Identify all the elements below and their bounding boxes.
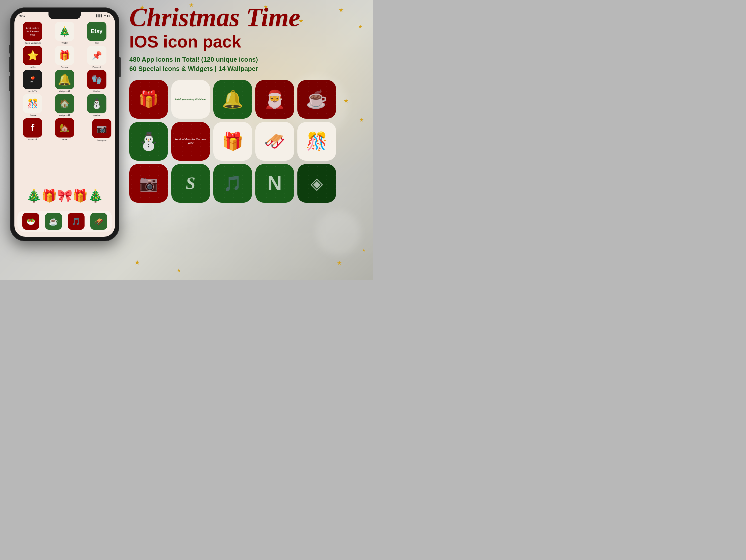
app-label-appletv: Apple TV [28, 90, 37, 92]
app-label-facebook: Facebook [28, 138, 37, 141]
app-cell-facebook[interactable]: f Facebook [18, 118, 48, 141]
app-cell-chrome[interactable]: 🎊 Chrome [18, 94, 48, 117]
app-cell-instagram[interactable]: 📷 Instagram [92, 119, 111, 141]
app-label-twitter: Twitter [61, 42, 68, 44]
app-cell-weather[interactable]: 🧤 Weather [81, 70, 112, 92]
showcase-icon-layers[interactable]: ◈ [297, 164, 336, 203]
phone-body: 9:41 ▌▌▌▌ ▾ ▮▯ best wishes for the new y… [10, 7, 119, 241]
showcase-icon-gift2[interactable]: 🎁 [213, 122, 252, 161]
showcase-icon-ornament[interactable]: 🎊 [297, 122, 336, 161]
app-cell-appletv[interactable]: 🍎tv Apple TV [18, 70, 48, 92]
showcase-icon-spotify[interactable]: 🎵 [213, 164, 252, 203]
dock-icon-1[interactable]: 🥗 [22, 213, 39, 230]
app-label-widgetsmith2: Widgetsmith [59, 114, 70, 117]
dock-icon-4[interactable]: 🛷 [90, 213, 107, 230]
showcase-icon-camera[interactable]: 📷 [129, 164, 168, 203]
right-content: Christmas Time IOS icon pack 480 App Ico… [129, 5, 368, 203]
app-cell-bell[interactable]: 🔔 Widgetsmith [50, 70, 80, 92]
app-label-amazon: Amazon [61, 66, 68, 68]
phone-side-btn-1 [9, 45, 10, 53]
showcase-row-2: ⛄ best wishes for the new year 🎁 🛷 🎊 [129, 122, 368, 161]
app-label-netflix: Netflix [30, 66, 36, 68]
phone-notch [49, 12, 81, 19]
phone-container: 9:41 ▌▌▌▌ ▾ ▮▯ best wishes for the new y… [10, 7, 119, 246]
app-cell-home[interactable]: 🏡 Home [50, 118, 80, 141]
battery-icon: ▮▯ [107, 14, 110, 18]
title-christmas: Christmas Time [129, 5, 368, 30]
app-cell-twitter[interactable]: 🎄 Twitter [50, 22, 80, 44]
phone-side-btn-3 [9, 76, 10, 91]
star-14: ★ [177, 267, 181, 273]
feature-line-1: 480 App Icons in Total! (120 unique icon… [129, 56, 368, 63]
app-label-bell: Widgetsmith [59, 90, 70, 92]
app-cell-etsy[interactable]: Etsy Etsy [81, 22, 112, 44]
title-ios: IOS icon pack [129, 32, 368, 51]
app-label-pinterest: Pinterest [92, 66, 101, 68]
dock-icon-3[interactable]: 🎵 [68, 213, 85, 230]
phone-screen: 9:41 ▌▌▌▌ ▾ ▮▯ best wishes for the new y… [15, 12, 115, 237]
app-cell-snowman[interactable]: ⛄ Weather [81, 94, 112, 117]
phone-dock: 🥗 ☕ 🎵 🛷 [18, 211, 112, 232]
wifi-icon: ▾ [104, 14, 106, 18]
showcase-icon-netflix[interactable]: N [255, 164, 294, 203]
feature-line-2: 60 Special Icons & Widgets | 14 Wallpape… [129, 65, 368, 73]
showcase-icon-bell[interactable]: 🔔 [213, 80, 252, 119]
bokeh-4 [316, 211, 361, 255]
signal-icon: ▌▌▌▌ [96, 15, 103, 17]
showcase-icon-merry[interactable]: I wish you a Merry Christmas [171, 80, 210, 119]
app-label-weather: Weather [93, 90, 101, 92]
phone-side-btn-right [119, 57, 121, 77]
app-label-home: Home [62, 138, 68, 141]
dock-icon-2[interactable]: ☕ [45, 213, 62, 230]
star-15: ★ [337, 260, 342, 266]
phone-side-btn-2 [9, 57, 10, 72]
app-cell-quote[interactable]: best wishes for the new year Quote Widgs… [18, 22, 48, 44]
status-time: 9:41 [20, 14, 25, 17]
xmas-decoration: 🎄🎁🎀🎁🎄 [15, 182, 115, 209]
showcase-icon-best-wishes[interactable]: best wishes for the new year [171, 122, 210, 161]
showcase-row-1: 🎁 I wish you a Merry Christmas 🔔 🎅 ☕ [129, 80, 368, 119]
app-label-chrome: Chrome [29, 114, 36, 117]
star-16: ★ [362, 247, 366, 253]
app-label-snowman: Weather [93, 114, 101, 117]
app-label-quote: Quote Widgsmith [25, 42, 41, 44]
app-cell-amazon[interactable]: 🎁 Amazon [50, 46, 80, 68]
app-cell-pinterest[interactable]: 📌 Pinterest [81, 46, 112, 68]
app-cell-widgetsmith2[interactable]: 🏠 Widgetsmith [50, 94, 80, 117]
showcase-row-3: 📷 S 🎵 N ◈ [129, 164, 368, 203]
app-cell-netflix[interactable]: ⭐ Netflix [18, 46, 48, 68]
showcase-icon-snowman[interactable]: ⛄ [129, 122, 168, 161]
showcase-icon-sleigh[interactable]: 🛷 [255, 122, 294, 161]
showcase-icon-santa-hat[interactable]: 🎅 [255, 80, 294, 119]
app-label-etsy: Etsy [94, 42, 99, 44]
showcase-icon-gift[interactable]: 🎁 [129, 80, 168, 119]
app-label-instagram: Instagram [97, 139, 107, 141]
star-13: ★ [134, 259, 140, 266]
showcase-icon-mug[interactable]: ☕ [297, 80, 336, 119]
status-icons: ▌▌▌▌ ▾ ▮▯ [96, 14, 110, 18]
showcase-icon-shazam[interactable]: S [171, 164, 210, 203]
